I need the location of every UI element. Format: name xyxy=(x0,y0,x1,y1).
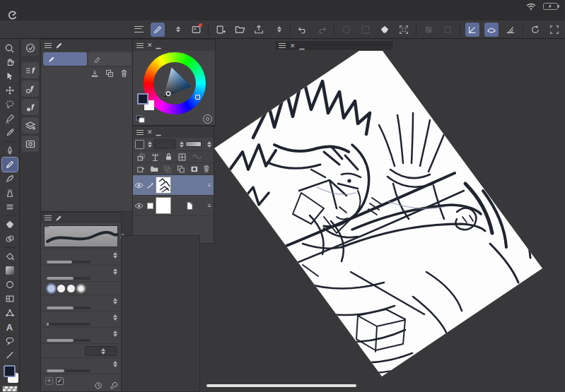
antialias-strong-option[interactable] xyxy=(77,285,85,292)
brush-tool-icon[interactable] xyxy=(2,172,18,186)
clip-to-layer-icon[interactable] xyxy=(136,153,146,162)
paper-texture-dropdown[interactable] xyxy=(85,346,117,356)
close-icon[interactable]: ✕ xyxy=(147,42,153,49)
zoom-tool-icon[interactable] xyxy=(2,41,18,55)
subtool-palette-button[interactable] xyxy=(22,62,39,78)
text-tool-icon[interactable]: A xyxy=(2,320,18,334)
reference-layer-icon[interactable] xyxy=(151,153,160,162)
direction-row[interactable] xyxy=(41,311,121,327)
layer-row-1[interactable]: ≡ xyxy=(133,175,214,196)
lock-layer-icon[interactable] xyxy=(165,153,173,161)
open-file-icon[interactable] xyxy=(233,23,247,37)
reset-history-icon[interactable] xyxy=(94,381,103,390)
density-row[interactable] xyxy=(41,327,121,343)
export-icon[interactable] xyxy=(252,23,266,37)
layer-visibility-icon[interactable] xyxy=(133,182,144,189)
wheel-foreground-swatch[interactable] xyxy=(137,93,148,105)
minimize-icon[interactable]: ▁ xyxy=(300,42,305,49)
merge-down-icon[interactable] xyxy=(177,165,185,174)
operation-tool-icon[interactable] xyxy=(2,69,18,83)
reselect-icon[interactable] xyxy=(359,23,373,37)
gradient-tool-icon[interactable] xyxy=(2,263,18,278)
duplicate-subtool-icon[interactable] xyxy=(105,69,114,78)
panel-menu-icon[interactable] xyxy=(136,43,144,48)
antialias-none-option[interactable] xyxy=(47,285,55,292)
wrench-icon[interactable] xyxy=(110,381,118,390)
rotate-view-icon[interactable] xyxy=(528,23,542,37)
eyedropper-tool-icon[interactable] xyxy=(2,126,18,140)
undo-icon[interactable] xyxy=(296,23,310,37)
polyline-tool-icon[interactable] xyxy=(2,306,18,320)
expand-icon[interactable]: + xyxy=(45,377,53,385)
stabilization-slider[interactable] xyxy=(47,369,91,372)
airbrush-tool-icon[interactable] xyxy=(2,186,18,200)
material-palette-button[interactable] xyxy=(22,136,39,152)
brush-size-slider[interactable] xyxy=(47,261,91,263)
color-wheel-header[interactable]: ✕ ▁ xyxy=(133,40,215,51)
pencil-tool-icon[interactable] xyxy=(2,158,18,172)
tool-stepper-icon[interactable] xyxy=(170,23,184,37)
panel-menu-icon[interactable] xyxy=(45,43,52,48)
quick-access-palette-button[interactable] xyxy=(22,40,39,56)
gallery-icon[interactable] xyxy=(189,23,203,37)
transparent-color-swatch[interactable] xyxy=(2,386,18,392)
pen-tool-icon[interactable] xyxy=(2,143,18,158)
color-wheel[interactable] xyxy=(133,51,215,113)
antialias-row[interactable] xyxy=(41,281,121,295)
paper-thumbnail[interactable] xyxy=(156,197,171,214)
ruler-tool-icon[interactable] xyxy=(2,348,18,362)
transfer-layer-icon[interactable] xyxy=(163,165,172,174)
new-canvas-icon[interactable] xyxy=(214,23,228,37)
tool-property-palette-button[interactable] xyxy=(22,81,39,97)
new-layer-icon[interactable] xyxy=(136,165,145,174)
dotted-square-icon[interactable] xyxy=(441,23,455,37)
paper-texture-row[interactable] xyxy=(41,343,121,357)
color-set-window-bar[interactable]: ✕ ▁ xyxy=(274,40,394,51)
blend-mode-dropdown[interactable] xyxy=(153,139,177,149)
lock-alpha-icon[interactable] xyxy=(177,153,187,162)
selection-pen-tool-icon[interactable] xyxy=(2,112,18,126)
layer-opacity-slider[interactable] xyxy=(185,141,202,147)
decoration-tool-icon[interactable] xyxy=(2,200,18,214)
clear-icon[interactable] xyxy=(378,23,392,37)
close-icon[interactable]: ✕ xyxy=(290,42,296,49)
snap-curve-icon[interactable] xyxy=(484,23,499,37)
hue-cursor[interactable] xyxy=(195,95,200,100)
tab-pencil[interactable] xyxy=(43,52,87,66)
snap-special-icon[interactable] xyxy=(503,23,518,37)
delete-layer-icon[interactable] xyxy=(203,165,210,173)
import-subtool-icon[interactable] xyxy=(91,69,99,78)
tool-switch-icon[interactable] xyxy=(151,23,165,37)
snap-ruler-icon[interactable] xyxy=(465,23,479,37)
antialias-weak-option[interactable] xyxy=(57,285,65,292)
redo-icon[interactable] xyxy=(315,23,329,37)
export-stepper-icon[interactable] xyxy=(271,23,285,37)
wheel-mode-icon[interactable] xyxy=(203,114,212,124)
delete-subtool-icon[interactable] xyxy=(120,69,128,78)
move-tool-icon[interactable] xyxy=(2,83,18,97)
thickness-slider[interactable] xyxy=(47,307,91,309)
minimize-icon[interactable]: ▁ xyxy=(156,129,161,136)
crop-canvas-icon[interactable] xyxy=(397,23,411,37)
panel-menu-icon[interactable] xyxy=(136,130,144,135)
opacity-row[interactable] xyxy=(41,265,121,281)
fill-square-icon[interactable] xyxy=(421,23,436,37)
close-icon[interactable]: ✕ xyxy=(147,129,153,136)
layer-row-paper[interactable]: ≡ xyxy=(133,196,214,216)
deselect-icon[interactable] xyxy=(339,23,354,37)
new-folder-icon[interactable] xyxy=(150,165,159,173)
lasso-tool-icon[interactable] xyxy=(2,97,18,112)
opacity-slider[interactable] xyxy=(47,277,91,280)
tool-property-header[interactable] xyxy=(41,213,121,223)
sv-triangle[interactable] xyxy=(155,64,194,103)
minimize-icon[interactable]: ▁ xyxy=(156,42,161,49)
fill-tool-icon[interactable] xyxy=(2,249,18,263)
foreground-color-swatch[interactable] xyxy=(4,365,16,377)
figure-tool-icon[interactable] xyxy=(2,278,18,292)
blend-tool-icon[interactable] xyxy=(2,232,18,246)
layer-mask-icon[interactable] xyxy=(190,165,199,174)
panel-menu-icon[interactable] xyxy=(45,215,52,220)
layer-visibility-icon[interactable] xyxy=(133,203,144,209)
canvas-frame-icon[interactable] xyxy=(547,23,561,37)
direction-slider[interactable] xyxy=(47,323,91,326)
